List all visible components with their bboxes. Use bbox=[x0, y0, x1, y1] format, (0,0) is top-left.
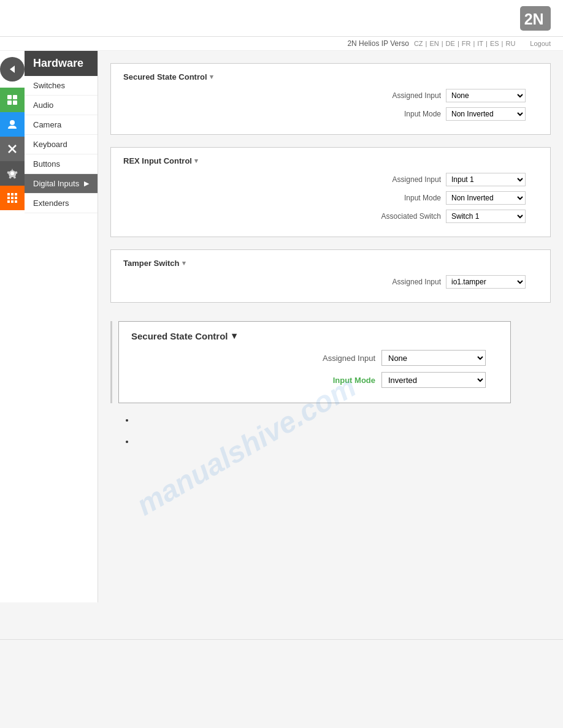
ssc-input-mode-row: Input Mode Non Inverted bbox=[123, 107, 538, 121]
ssc-assigned-input-select[interactable]: None bbox=[446, 89, 526, 102]
lang-cz[interactable]: CZ bbox=[414, 40, 423, 47]
svg-rect-16 bbox=[15, 197, 17, 199]
logout-link[interactable]: Logout bbox=[530, 40, 551, 47]
tamper-assigned-input-row: Assigned Input io1.tamper bbox=[123, 275, 538, 289]
bottom-hr bbox=[0, 639, 563, 640]
logo-2n: 2N bbox=[520, 6, 551, 31]
svg-rect-11 bbox=[7, 193, 10, 195]
svg-rect-14 bbox=[7, 197, 10, 199]
settings-icon bbox=[7, 168, 18, 179]
rex-assigned-input-select[interactable]: Input 1 bbox=[446, 173, 526, 186]
bottom-chevron[interactable]: ▾ bbox=[232, 330, 237, 341]
tamper-chevron[interactable]: ▾ bbox=[182, 259, 186, 267]
sidebar-item-switches[interactable]: Switches bbox=[25, 76, 98, 96]
tamper-assigned-input-select[interactable]: io1.tamper bbox=[446, 275, 526, 289]
bottom-section-title: Secured State Control ▾ bbox=[131, 330, 498, 341]
rex-input-control-section: REX Input Control ▾ Assigned Input Input… bbox=[110, 147, 551, 237]
ssc-input-mode-label: Input Mode bbox=[355, 110, 441, 118]
svg-rect-4 bbox=[13, 95, 17, 99]
rex-input-control-title: REX Input Control ▾ bbox=[123, 156, 538, 165]
ssc-assigned-input-label: Assigned Input bbox=[355, 91, 441, 100]
sidebar-item-keyboard[interactable]: Keyboard bbox=[25, 135, 98, 154]
svg-rect-13 bbox=[15, 193, 17, 195]
lang-it[interactable]: IT bbox=[477, 40, 483, 47]
bullet-list bbox=[135, 415, 551, 446]
lang-fr[interactable]: FR bbox=[462, 40, 471, 47]
bottom-input-mode-label: Input Mode bbox=[289, 376, 375, 385]
rex-associated-switch-select[interactable]: Switch 1 bbox=[446, 210, 526, 223]
ssc-assigned-input-row: Assigned Input None bbox=[123, 89, 538, 102]
tamper-switch-title: Tamper Switch ▾ bbox=[123, 259, 538, 268]
content-area: Secured State Control ▾ Assigned Input N… bbox=[98, 51, 563, 602]
ssc-input-mode-select[interactable]: Non Inverted bbox=[446, 107, 526, 121]
bullet-item-1 bbox=[135, 415, 551, 425]
svg-point-7 bbox=[10, 120, 15, 125]
sidebar-icon-dashboard[interactable] bbox=[0, 88, 25, 112]
sidebar-icon-tools[interactable] bbox=[0, 137, 25, 161]
svg-rect-3 bbox=[7, 95, 12, 99]
bottom-section-box: Secured State Control ▾ Assigned Input N… bbox=[118, 321, 511, 403]
bottom-assigned-input-label: Assigned Input bbox=[289, 354, 375, 363]
top-bar: 2N bbox=[0, 0, 563, 37]
bottom-input-mode-select[interactable]: Inverted bbox=[381, 372, 486, 388]
svg-rect-15 bbox=[11, 197, 13, 199]
svg-rect-5 bbox=[7, 100, 12, 105]
digital-inputs-arrow: ▶ bbox=[84, 180, 89, 188]
rex-associated-switch-label: Associated Switch bbox=[355, 212, 441, 221]
svg-rect-17 bbox=[7, 200, 10, 203]
sidebar-item-extenders[interactable]: Extenders bbox=[25, 194, 98, 213]
dashboard-icon bbox=[7, 94, 18, 105]
secured-state-control-title: Secured State Control ▾ bbox=[123, 72, 538, 82]
bullet-item-2 bbox=[135, 437, 551, 446]
rex-associated-switch-row: Associated Switch Switch 1 bbox=[123, 210, 538, 223]
language-links[interactable]: CZ | EN | DE | FR | IT | ES | RU bbox=[414, 40, 515, 47]
back-button[interactable] bbox=[0, 57, 25, 82]
sidebar-icon-grid[interactable] bbox=[0, 186, 25, 210]
lang-en[interactable]: EN bbox=[429, 40, 439, 47]
svg-text:2N: 2N bbox=[524, 10, 544, 28]
main-layout: Hardware Switches Audio Camera Keyboard bbox=[0, 51, 563, 602]
bottom-section: Secured State Control ▾ Assigned Input N… bbox=[110, 321, 551, 403]
tamper-switch-section: Tamper Switch ▾ Assigned Input io1.tampe… bbox=[110, 249, 551, 303]
lang-ru[interactable]: RU bbox=[505, 40, 515, 47]
users-icon bbox=[7, 119, 18, 130]
sidebar-icons-col bbox=[0, 51, 25, 213]
rex-input-mode-label: Input Mode bbox=[355, 194, 441, 202]
secured-state-control-section: Secured State Control ▾ Assigned Input N… bbox=[110, 63, 551, 135]
svg-rect-12 bbox=[11, 193, 13, 195]
rex-input-mode-select[interactable]: Non Inverted bbox=[446, 191, 526, 205]
svg-rect-18 bbox=[11, 200, 13, 203]
svg-marker-2 bbox=[10, 66, 15, 73]
svg-rect-19 bbox=[15, 200, 17, 203]
sidebar-item-buttons[interactable]: Buttons bbox=[25, 154, 98, 174]
sidebar-icon-settings[interactable] bbox=[0, 161, 25, 186]
sidebar-item-digital-inputs[interactable]: Digital Inputs ▶ bbox=[25, 174, 98, 194]
tamper-assigned-input-label: Assigned Input bbox=[355, 278, 441, 286]
svg-rect-6 bbox=[13, 100, 17, 105]
rex-chevron[interactable]: ▾ bbox=[194, 157, 198, 165]
sidebar-nav: Switches Audio Camera Keyboard Buttons bbox=[25, 76, 98, 213]
bottom-input-mode-row: Input Mode Inverted bbox=[131, 372, 498, 388]
secured-state-chevron[interactable]: ▾ bbox=[210, 73, 213, 81]
grid-icon bbox=[7, 192, 18, 203]
rex-input-mode-row: Input Mode Non Inverted bbox=[123, 191, 538, 205]
sidebar-icon-users[interactable] bbox=[0, 112, 25, 137]
back-icon bbox=[7, 64, 17, 74]
sidebar-item-camera[interactable]: Camera bbox=[25, 115, 98, 135]
sidebar-item-audio[interactable]: Audio bbox=[25, 96, 98, 115]
rex-assigned-input-label: Assigned Input bbox=[355, 175, 441, 184]
rex-assigned-input-row: Assigned Input Input 1 bbox=[123, 173, 538, 186]
product-name: 2N Helios IP Verso bbox=[347, 39, 409, 48]
header-row: 2N Helios IP Verso CZ | EN | DE | FR | I… bbox=[0, 37, 563, 51]
bottom-assigned-input-row: Assigned Input None bbox=[131, 350, 498, 366]
tools-icon bbox=[7, 143, 18, 154]
sidebar: Hardware Switches Audio Camera Keyboard bbox=[0, 51, 98, 602]
bottom-assigned-input-select[interactable]: None bbox=[381, 350, 486, 366]
lang-es[interactable]: ES bbox=[490, 40, 499, 47]
lang-de[interactable]: DE bbox=[446, 40, 455, 47]
sidebar-title: Hardware bbox=[25, 51, 98, 76]
